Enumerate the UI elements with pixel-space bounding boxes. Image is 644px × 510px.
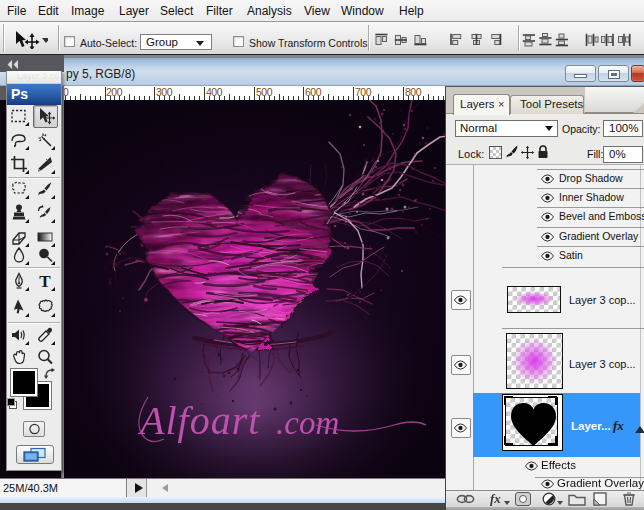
- svg-text:.com: .com: [276, 405, 339, 441]
- svg-text:Alfoart: Alfoart: [137, 398, 260, 443]
- svg-text:T: T: [39, 272, 51, 291]
